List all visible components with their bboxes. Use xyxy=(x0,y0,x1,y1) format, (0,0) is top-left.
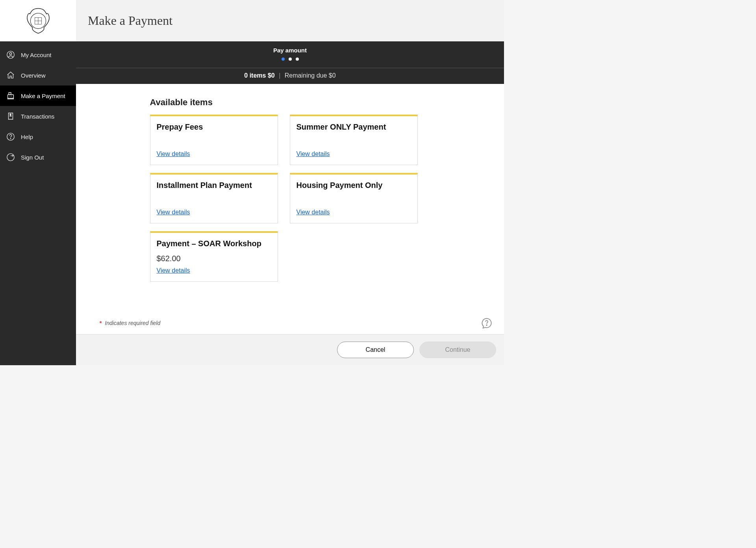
help-icon xyxy=(6,132,15,141)
sidebar-item-label: My Account xyxy=(21,52,52,58)
sidebar-item-label: Transactions xyxy=(21,113,54,120)
user-icon xyxy=(6,50,15,59)
card-installment-plan: Installment Plan Payment View details xyxy=(150,173,278,223)
card-soar-workshop: Payment – SOAR Workshop $62.00 View deta… xyxy=(150,231,278,282)
sidebar-item-help[interactable]: Help xyxy=(0,126,76,147)
step-dot-1 xyxy=(282,58,285,61)
remaining-amount: $0 xyxy=(329,72,336,79)
sidebar-item-label: Help xyxy=(21,134,33,140)
sidebar-item-overview[interactable]: Overview xyxy=(0,65,76,85)
stepper-summary: 0 items $0 | Remaining due $0 xyxy=(76,68,504,84)
cards-grid: Prepay Fees View details Summer ONLY Pay… xyxy=(150,115,430,282)
help-bubble-button[interactable] xyxy=(481,318,492,329)
asterisk-icon: * xyxy=(100,320,102,326)
home-icon xyxy=(6,71,15,80)
stepper-label: Pay amount xyxy=(76,47,504,54)
card-title: Payment – SOAR Workshop xyxy=(157,239,271,248)
step-dot-3 xyxy=(296,58,299,61)
view-details-link[interactable]: View details xyxy=(296,209,411,216)
page-header: Make a Payment xyxy=(76,0,504,41)
sign-out-icon xyxy=(6,152,15,162)
remaining-label: Remaining due xyxy=(285,72,327,79)
cash-register-icon xyxy=(6,91,15,100)
svg-point-12 xyxy=(486,325,487,325)
sidebar-item-label: Overview xyxy=(21,72,46,79)
card-prepay-fees: Prepay Fees View details xyxy=(150,115,278,165)
stepper-dots xyxy=(76,58,504,61)
required-note-text: Indicates required field xyxy=(105,320,160,326)
content-area: Available items Prepay Fees View details… xyxy=(76,84,504,334)
page-title: Make a Payment xyxy=(88,13,172,28)
sidebar-nav: My Account Overview Make a Payment $ Tra… xyxy=(0,41,76,167)
summary-items: 0 items xyxy=(244,72,266,79)
summary-separator: | xyxy=(276,72,283,79)
svg-point-11 xyxy=(7,154,14,161)
sidebar-item-sign-out[interactable]: Sign Out xyxy=(0,147,76,167)
stepper-bar: Pay amount 0 items $0 | Remaining due $0 xyxy=(76,41,504,84)
required-note: * Indicates required field xyxy=(100,320,160,326)
view-details-link[interactable]: View details xyxy=(157,267,271,274)
logo-area xyxy=(0,0,76,41)
card-housing-payment: Housing Payment Only View details xyxy=(290,173,418,223)
section-title: Available items xyxy=(150,97,430,108)
svg-rect-7 xyxy=(9,93,11,95)
sidebar-item-label: Sign Out xyxy=(21,154,44,161)
footer: Cancel Continue xyxy=(76,334,504,365)
university-seal-icon xyxy=(24,7,52,35)
card-title: Housing Payment Only xyxy=(296,181,411,190)
receipt-icon: $ xyxy=(6,111,15,121)
step-dot-2 xyxy=(289,58,292,61)
svg-point-10 xyxy=(10,138,11,139)
sidebar-item-transactions[interactable]: $ Transactions xyxy=(0,106,76,126)
cancel-button[interactable]: Cancel xyxy=(337,342,414,358)
sidebar-item-label: Make a Payment xyxy=(21,93,65,99)
continue-button[interactable]: Continue xyxy=(419,342,496,358)
sidebar-item-my-account[interactable]: My Account xyxy=(0,45,76,65)
card-title: Installment Plan Payment xyxy=(157,181,271,190)
svg-rect-6 xyxy=(8,95,14,98)
svg-point-5 xyxy=(9,53,12,55)
sidebar-item-make-payment[interactable]: Make a Payment xyxy=(0,85,76,106)
main: Make a Payment Pay amount 0 items $0 | R… xyxy=(76,0,504,365)
card-price: $62.00 xyxy=(157,254,271,263)
view-details-link[interactable]: View details xyxy=(296,150,411,158)
svg-text:$: $ xyxy=(10,113,11,116)
sidebar: My Account Overview Make a Payment $ Tra… xyxy=(0,0,76,365)
card-title: Prepay Fees xyxy=(157,123,271,132)
summary-amount: $0 xyxy=(268,72,275,79)
card-title: Summer ONLY Payment xyxy=(296,123,411,132)
view-details-link[interactable]: View details xyxy=(157,209,271,216)
view-details-link[interactable]: View details xyxy=(157,150,271,158)
card-summer-only: Summer ONLY Payment View details xyxy=(290,115,418,165)
